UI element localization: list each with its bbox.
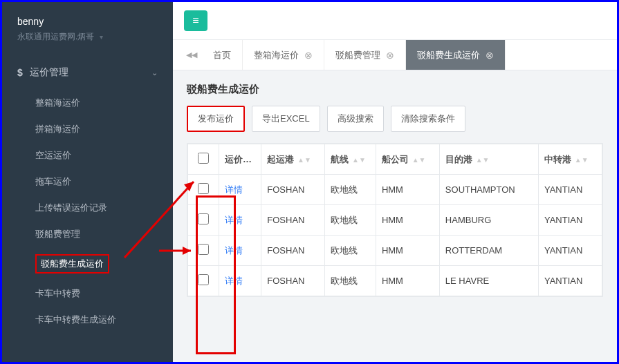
th-carrier: 船公司 [382,154,409,164]
table-row: 详情FOSHAN欧地线HMMHAMBURGYANTIAN [188,205,602,236]
cell-origin: FOSHAN [261,205,325,236]
results-table: 运价详情 起运港 ▲▼ 航线 ▲▼ 船公司 ▲▼ 目的港 ▲▼ 中转港 ▲▼ 详… [187,143,603,297]
sidebar-item-0[interactable]: 整箱海运价 [2,90,173,116]
menu-icon: ≡ [192,15,198,27]
sidebar-item-5[interactable]: 驳船费管理 [2,221,173,247]
detail-link[interactable]: 详情 [225,215,243,225]
tab-label: 驳船费管理 [335,49,380,61]
select-all-checkbox[interactable] [198,153,209,164]
close-icon[interactable]: ⊗ [304,50,313,61]
cell-route: 欧地线 [325,175,376,205]
chevron-down-icon: ⌄ [151,68,158,77]
tab-label: 整箱海运价 [254,49,299,61]
publish-button[interactable]: 发布运价 [187,106,245,132]
cell-origin: FOSHAN [261,266,325,296]
tabs-bar: ◀◀ 首页整箱海运价⊗驳船费管理⊗驳船费生成运价⊗ [173,40,617,70]
tab-3[interactable]: 驳船费生成运价⊗ [406,40,506,70]
tab-label: 首页 [213,49,231,61]
export-excel-button[interactable]: 导出EXCEL [252,106,320,132]
sort-icon[interactable]: ▲▼ [474,156,490,164]
hamburger-button[interactable]: ≡ [184,10,207,31]
sidebar-item-2[interactable]: 空运运价 [2,142,173,169]
sidebar: benny 永联通用运费网.炳哥 $ 运价管理 ⌄ 整箱海运价拼箱海运价空运运价… [2,2,173,362]
cell-dest: LE HAVRE [439,266,538,296]
sidebar-item-3[interactable]: 拖车运价 [2,169,173,195]
tab-label: 驳船费生成运价 [417,49,480,61]
user-name: benny [17,16,158,27]
th-origin: 起运港 [267,154,294,164]
cell-transit: YANTIAN [538,175,602,205]
sort-icon[interactable]: ▲▼ [410,156,426,164]
topbar: ≡ [173,2,617,40]
cell-dest: HAMBURG [439,205,538,236]
cell-transit: YANTIAN [538,236,602,266]
sidebar-item-1[interactable]: 拼箱海运价 [2,116,173,142]
cell-transit: YANTIAN [538,205,602,236]
sidebar-item-4[interactable]: 上传错误运价记录 [2,195,173,221]
th-detail: 运价详情 [225,154,261,164]
dollar-icon: $ [17,67,23,78]
nav-section-label: 运价管理 [30,66,68,79]
close-icon[interactable]: ⊗ [386,50,394,61]
sort-icon[interactable]: ▲▼ [295,156,311,164]
cell-dest: ROTTERDAM [439,236,538,266]
cell-carrier: HMM [376,175,439,205]
action-buttons: 发布运价 导出EXCEL 高级搜索 清除搜索条件 [187,106,603,132]
cell-route: 欧地线 [325,236,376,266]
detail-link[interactable]: 详情 [225,276,243,286]
cell-origin: FOSHAN [261,175,325,205]
row-checkbox[interactable] [198,183,209,194]
tab-1[interactable]: 整箱海运价⊗ [243,40,324,70]
row-checkbox[interactable] [198,213,209,224]
cell-transit: YANTIAN [538,266,602,296]
cell-route: 欧地线 [325,205,376,236]
user-info: 永联通用运费网.炳哥 [17,31,158,43]
sidebar-item-8[interactable]: 卡车中转费生成运价 [2,307,173,333]
nav-section-pricing[interactable]: $ 运价管理 ⌄ [2,59,173,86]
detail-link[interactable]: 详情 [225,184,243,195]
th-transit: 中转港 [544,154,571,164]
clear-search-button[interactable]: 清除搜索条件 [391,106,465,132]
sidebar-item-7[interactable]: 卡车中转费 [2,280,173,307]
cell-dest: SOUTHAMPTON [439,175,538,205]
cell-route: 欧地线 [325,266,376,296]
tab-0[interactable]: 首页 [202,40,243,70]
row-checkbox[interactable] [198,244,209,255]
table-row: 详情FOSHAN欧地线HMMLE HAVREYANTIAN [188,266,602,296]
tab-2[interactable]: 驳船费管理⊗ [324,40,406,70]
table-row: 详情FOSHAN欧地线HMMROTTERDAMYANTIAN [188,236,602,266]
panel-title: 驳船费生成运价 [187,83,603,96]
cell-carrier: HMM [376,266,439,296]
row-checkbox[interactable] [198,274,209,285]
th-dest: 目的港 [445,154,472,164]
tabs-scroll-left[interactable]: ◀◀ [181,40,202,70]
sort-icon[interactable]: ▲▼ [573,156,589,164]
detail-link[interactable]: 详情 [225,245,243,256]
cell-carrier: HMM [376,205,439,236]
sort-icon[interactable]: ▲▼ [350,156,366,164]
sidebar-item-6[interactable]: 驳船费生成运价 [2,247,173,280]
th-route: 航线 [331,154,349,164]
cell-origin: FOSHAN [261,236,325,266]
cell-carrier: HMM [376,236,439,266]
close-icon[interactable]: ⊗ [486,50,494,61]
user-block[interactable]: benny 永联通用运费网.炳哥 [2,2,173,52]
sidebar-item-label: 驳船费生成运价 [35,254,109,274]
table-row: 详情FOSHAN欧地线HMMSOUTHAMPTONYANTIAN [188,175,602,205]
advanced-search-button[interactable]: 高级搜索 [327,106,384,132]
